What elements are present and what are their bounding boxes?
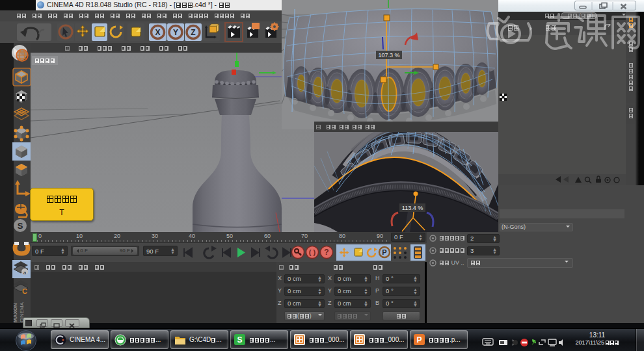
svg-text:113.4 %: 113.4 % xyxy=(402,205,423,211)
svg-text:Y: Y xyxy=(173,28,178,37)
svg-text:( ): ( ) xyxy=(309,248,316,256)
svg-text:Z: Z xyxy=(191,28,195,37)
svg-text:MAXON: MAXON xyxy=(12,303,18,322)
svg-text:X: X xyxy=(155,28,160,37)
svg-text:107.3 %: 107.3 % xyxy=(378,52,399,58)
svg-text:a: a xyxy=(23,270,27,276)
svg-text:?: ? xyxy=(324,248,329,257)
svg-text:C: C xyxy=(22,287,27,295)
svg-text:S: S xyxy=(18,221,23,231)
svg-text:S: S xyxy=(237,335,242,344)
svg-text:P: P xyxy=(382,248,386,256)
svg-text:P: P xyxy=(416,335,422,344)
